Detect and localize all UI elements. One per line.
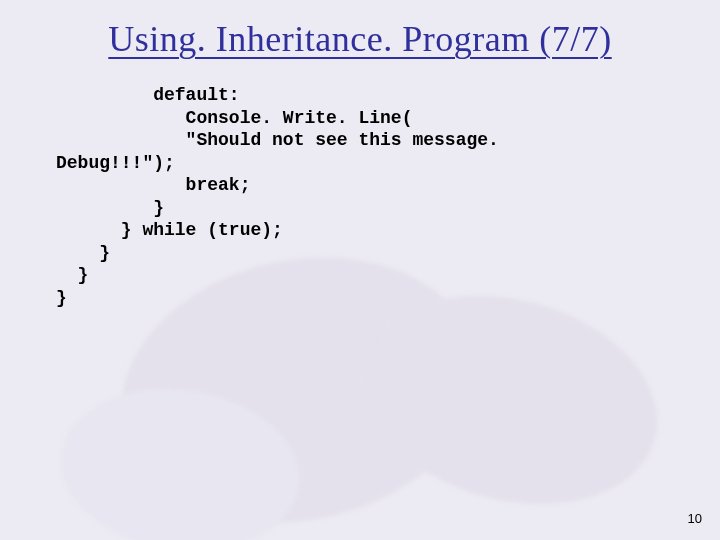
slide-title: Using. Inheritance. Program (7/7) xyxy=(0,0,720,60)
code-line: } xyxy=(56,243,110,263)
code-line: } while (true); xyxy=(56,220,283,240)
slide: Using. Inheritance. Program (7/7) defaul… xyxy=(0,0,720,540)
code-line: default: xyxy=(56,85,240,105)
code-line: Debug!!!"); xyxy=(56,153,175,173)
code-line: Console. Write. Line( xyxy=(56,108,412,128)
code-line: } xyxy=(56,198,164,218)
code-line: break; xyxy=(56,175,250,195)
code-line: "Should not see this message. xyxy=(56,130,499,150)
code-line: } xyxy=(56,288,67,308)
code-line: } xyxy=(56,265,88,285)
page-number: 10 xyxy=(688,511,702,526)
code-block: default: Console. Write. Line( "Should n… xyxy=(56,84,720,309)
